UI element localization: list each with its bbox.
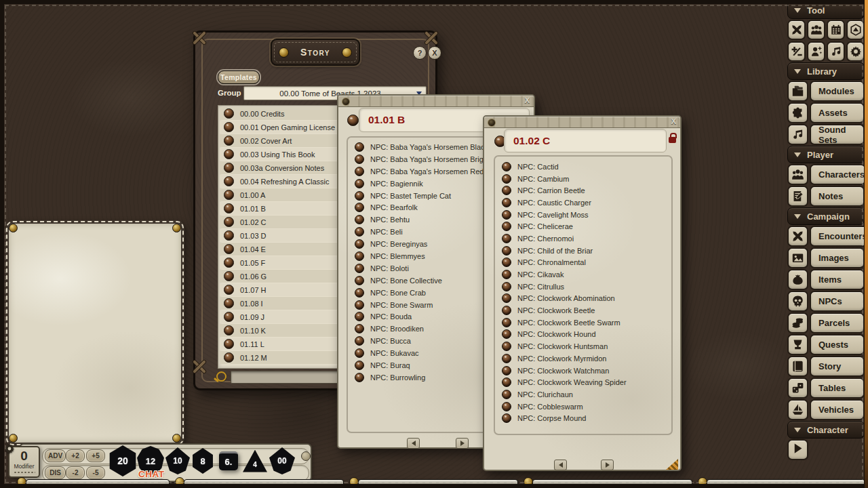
npc-link-row[interactable]: NPC: Cikavak <box>495 268 671 281</box>
link-orb-icon[interactable] <box>355 155 364 164</box>
disadvantage-button[interactable]: DIS <box>45 466 66 479</box>
npc-link-row[interactable]: NPC: Chernomoi <box>495 232 671 245</box>
hotkey-slot[interactable] <box>358 479 518 487</box>
story-entry-label[interactable]: 01.06 G <box>240 272 267 281</box>
sidebar-label-button[interactable]: Sound Sets <box>810 124 865 145</box>
npc-link-row[interactable]: NPC: Chelicerae <box>495 220 671 232</box>
sidebar-label-button[interactable]: Items <box>810 269 865 290</box>
chat-log-area[interactable] <box>9 224 181 443</box>
link-orb-icon[interactable] <box>502 306 511 315</box>
sidebar-icon-button[interactable] <box>787 247 808 268</box>
sidebar-label-button[interactable]: Modules <box>810 81 865 102</box>
sidebar-section-library[interactable]: Library <box>787 62 865 80</box>
link-orb-icon[interactable] <box>355 203 364 212</box>
sidebar-section-character[interactable]: Character <box>787 421 865 439</box>
npc-link-row[interactable]: NPC: Clockwork Weaving Spider <box>495 376 671 388</box>
link-orb-icon[interactable] <box>502 293 511 303</box>
sidebar-label-button[interactable]: Encounters <box>810 226 868 247</box>
npc-link-label[interactable]: NPC: Bearfolk <box>370 203 418 211</box>
link-orb-icon[interactable] <box>502 402 511 411</box>
link-orb-icon[interactable] <box>355 288 364 298</box>
d4-die[interactable]: 4 <box>243 450 267 472</box>
window-titlebar[interactable]: X <box>338 96 534 107</box>
chat-panel[interactable] <box>5 220 184 446</box>
npc-link-label[interactable]: NPC: Cavelight Moss <box>517 211 589 219</box>
npc-link-label[interactable]: NPC: Bereginyas <box>370 240 427 248</box>
link-orb-icon[interactable] <box>355 179 364 188</box>
npc-link-row[interactable]: NPC: Chronalmental <box>495 257 671 269</box>
link-orb-icon[interactable] <box>224 203 234 214</box>
sidebar-label-button[interactable]: Characters <box>810 164 866 185</box>
link-orb-icon[interactable] <box>502 162 511 171</box>
link-orb-icon[interactable] <box>355 215 364 224</box>
npc-link-label[interactable]: NPC: Cactid <box>517 163 559 171</box>
sidebar-label-button[interactable]: Tables <box>810 378 865 399</box>
npc-link-label[interactable]: NPC: Chelicerae <box>517 222 573 230</box>
window-titlebar[interactable]: X <box>484 117 680 128</box>
story-entry-label[interactable]: 01.00 A <box>240 191 265 199</box>
sidebar-section-player[interactable]: Player <box>787 146 865 163</box>
tool-button[interactable] <box>787 41 806 62</box>
sidebar-label-button[interactable]: Notes <box>810 186 865 207</box>
link-orb-icon[interactable] <box>355 227 364 237</box>
help-button[interactable]: ? <box>413 46 427 60</box>
sidebar-icon-button[interactable] <box>787 164 808 185</box>
npc-link-label[interactable]: NPC: Bone Collective <box>370 277 442 285</box>
link-orb-icon[interactable] <box>224 190 234 200</box>
npc-link-label[interactable]: NPC: Bucca <box>370 337 411 345</box>
minus2-button[interactable]: -2 <box>66 466 85 479</box>
sidebar-label-button[interactable]: Story <box>810 356 865 377</box>
sidebar-icon-button[interactable] <box>787 378 808 399</box>
story-entry-label[interactable]: 01.08 I <box>240 300 263 308</box>
sidebar-icon-button[interactable] <box>787 291 808 312</box>
npc-link-label[interactable]: NPC: Burrowling <box>370 373 425 382</box>
sidebar-label-button[interactable]: Images <box>810 247 865 268</box>
story-entry-label[interactable]: 01.11 L <box>240 340 264 348</box>
story-entry-label[interactable]: 01.05 F <box>240 259 265 267</box>
hotkey-slot[interactable] <box>532 479 692 487</box>
character-expand-button[interactable] <box>787 439 808 460</box>
link-orb-icon[interactable] <box>502 270 511 279</box>
sidebar-label-button[interactable]: Parcels <box>810 312 865 333</box>
npc-link-row[interactable]: NPC: Clockwork Watchman <box>495 365 671 377</box>
link-orb-icon[interactable] <box>355 251 364 261</box>
resize-grip[interactable] <box>666 459 678 470</box>
link-orb-icon[interactable] <box>502 282 511 291</box>
sidebar-label-button[interactable]: Vehicles <box>810 399 865 420</box>
link-orb-icon[interactable] <box>355 324 364 333</box>
link-orb-icon[interactable] <box>502 413 511 423</box>
link-orb-icon[interactable] <box>355 142 364 152</box>
link-orb-icon[interactable] <box>502 198 511 207</box>
npc-link-row[interactable]: NPC: Clockwork Abomination <box>495 293 671 305</box>
npc-link-row[interactable]: NPC: Clockwork Beetle Swarm <box>495 317 671 329</box>
close-icon[interactable]: X <box>671 117 676 125</box>
sidebar-section-tool[interactable]: Tool <box>787 1 865 19</box>
chat-scroll-knob[interactable] <box>301 451 311 461</box>
link-orb-icon[interactable] <box>355 264 364 273</box>
link-orb-icon[interactable] <box>355 348 364 358</box>
page-previous-button[interactable] <box>407 438 420 449</box>
link-orb-icon[interactable] <box>355 167 364 176</box>
tool-button[interactable] <box>807 41 825 62</box>
advantage-button[interactable]: ADV <box>45 449 66 462</box>
window-title-box[interactable]: 01.02 C <box>504 129 667 152</box>
plus2-button[interactable]: +2 <box>66 449 85 462</box>
npc-link-label[interactable]: NPC: Beli <box>370 228 403 236</box>
link-orb-icon[interactable] <box>355 312 364 321</box>
sidebar-icon-button[interactable] <box>787 226 808 247</box>
link-orb-icon[interactable] <box>355 336 364 346</box>
npc-link-label[interactable]: NPC: Clockwork Beetle Swarm <box>517 319 620 327</box>
d8-die[interactable]: 8 <box>191 448 214 474</box>
link-orb-icon[interactable] <box>224 176 234 186</box>
link-orb-icon[interactable] <box>224 217 234 227</box>
npc-link-label[interactable]: NPC: Caustic Charger <box>517 199 591 207</box>
npc-link-label[interactable]: NPC: Boloti <box>370 264 409 272</box>
link-orb-icon[interactable] <box>502 234 511 243</box>
npc-link-row[interactable]: NPC: Clockwork Hound <box>495 329 671 341</box>
npc-link-label[interactable]: NPC: Citrullus <box>517 283 564 291</box>
sidebar-icon-button[interactable] <box>787 186 808 207</box>
sidebar-label-button[interactable]: NPCs <box>810 291 865 312</box>
npc-link-row[interactable]: NPC: Clockwork Beetle <box>495 304 671 317</box>
npc-link-label[interactable]: NPC: Bouda <box>370 312 412 321</box>
sidebar-icon-button[interactable] <box>787 334 808 355</box>
